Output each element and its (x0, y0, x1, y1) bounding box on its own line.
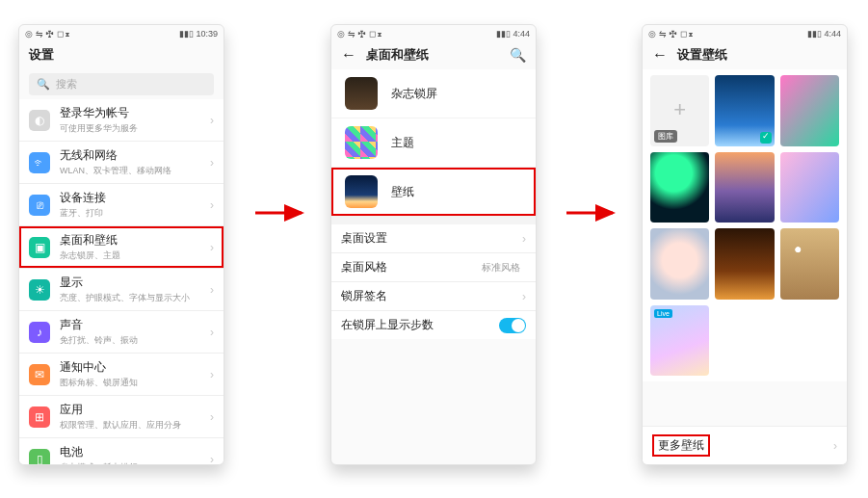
row-label: 锁屏签名 (341, 288, 522, 304)
toggle-label: 在锁屏上显示步数 (341, 317, 499, 333)
settings-item-0[interactable]: ◐登录华为帐号可使用更多华为服务› (19, 99, 224, 142)
settings-item-2[interactable]: ⎚设备连接蓝牙、打印› (19, 184, 224, 226)
item-icon: ♪ (29, 322, 50, 343)
item-icon: ☀ (29, 279, 50, 301)
page-title: 设置 (19, 40, 224, 69)
item-icon: ✉ (29, 364, 50, 385)
more-wallpapers-button[interactable]: 更多壁纸 › (643, 426, 847, 464)
item-label: 登录华为帐号 (60, 105, 210, 121)
settings-item-8[interactable]: ▯电池省电模式、耗电排行› (19, 438, 224, 465)
row-2[interactable]: 锁屏签名› (331, 282, 536, 311)
settings-rows: 桌面设置›桌面风格标准风格锁屏签名›在锁屏上显示步数 (331, 224, 536, 339)
toggle-row[interactable]: 在锁屏上显示步数 (331, 311, 536, 339)
status-left: ◎ ⇋ ⧾ ◻ ⧗ (337, 29, 382, 39)
item-sub: 杂志锁屏、主题 (60, 249, 210, 262)
settings-item-7[interactable]: ⊞应用权限管理、默认应用、应用分身› (19, 396, 224, 438)
row-1[interactable]: 桌面风格标准风格 (331, 253, 536, 282)
item-label: 电池 (60, 444, 210, 460)
page-title: 桌面和壁纸 (366, 46, 429, 64)
tile-label: 壁纸 (391, 184, 414, 200)
item-label: 声音 (60, 317, 210, 333)
item-icon: ▯ (29, 449, 50, 466)
phone-settings: ◎ ⇋ ⧾ ◻ ⧗ ▮▮▯ 10:39 设置 🔍 搜索 ◐登录华为帐号可使用更多… (18, 24, 224, 465)
chevron-right-icon: › (210, 283, 214, 297)
wallpaper-gallery: 图库Live (643, 69, 847, 381)
tile-0[interactable]: 杂志锁屏 (331, 69, 536, 118)
tile-label: 杂志锁屏 (391, 86, 437, 102)
item-label: 应用 (60, 402, 210, 418)
status-bar: ◎ ⇋ ⧾ ◻ ⧗ ▮▮▯ 4:44 (331, 25, 536, 40)
wallpaper-thumb-4[interactable] (715, 152, 774, 223)
status-bar: ◎ ⇋ ⧾ ◻ ⧗ ▮▮▯ 10:39 (19, 25, 224, 40)
wallpaper-thumb-7[interactable] (715, 228, 774, 300)
live-badge: Live (654, 309, 672, 318)
settings-item-3[interactable]: ▣桌面和壁纸杂志锁屏、主题› (19, 226, 224, 269)
row-label: 桌面风格 (341, 259, 482, 275)
wallpaper-thumb-6[interactable] (650, 228, 709, 300)
gallery-chip: 图库 (654, 130, 677, 143)
item-icon: ⊞ (29, 406, 50, 428)
item-label: 显示 (60, 275, 210, 291)
item-icon: ⎚ (29, 195, 50, 216)
row-0[interactable]: 桌面设置› (331, 224, 536, 253)
toggle-switch[interactable] (499, 318, 526, 333)
search-placeholder: 搜索 (56, 77, 77, 92)
tile-list: 杂志锁屏主题壁纸 (331, 69, 536, 217)
item-sub: 省电模式、耗电排行 (60, 461, 210, 465)
item-icon: ᯤ (29, 152, 50, 173)
tile-thumb (345, 77, 378, 110)
status-right: ▮▮▯ 4:44 (496, 29, 530, 39)
search-icon[interactable]: 🔍 (510, 47, 526, 63)
item-sub: 亮度、护眼模式、字体与显示大小 (60, 292, 210, 304)
tile-1[interactable]: 主题 (331, 118, 536, 168)
tile-2[interactable]: 壁纸 (331, 168, 536, 217)
chevron-right-icon: › (210, 410, 214, 424)
back-icon[interactable]: ← (652, 47, 668, 63)
chevron-right-icon: › (522, 232, 526, 246)
chevron-right-icon: › (210, 156, 214, 170)
item-sub: 图标角标、锁屏通知 (60, 377, 210, 389)
add-wallpaper-tile[interactable]: 图库 (650, 75, 709, 146)
tile-label: 主题 (391, 135, 414, 151)
settings-item-4[interactable]: ☀显示亮度、护眼模式、字体与显示大小› (19, 269, 224, 311)
wallpaper-thumb-9[interactable]: Live (650, 305, 709, 377)
settings-item-5[interactable]: ♪声音免打扰、铃声、振动› (19, 311, 224, 354)
item-label: 无线和网络 (60, 147, 210, 164)
chevron-right-icon: › (522, 290, 526, 303)
row-value: 标准风格 (482, 261, 520, 275)
item-sub: 可使用更多华为服务 (60, 122, 210, 135)
item-label: 通知中心 (60, 359, 210, 376)
more-wallpapers-label: 更多壁纸 (652, 434, 710, 457)
step-arrow-icon (253, 202, 309, 223)
chevron-right-icon: › (210, 114, 214, 127)
status-right: ▮▮▯ 10:39 (179, 29, 218, 39)
chevron-right-icon: › (833, 439, 837, 453)
search-input[interactable]: 🔍 搜索 (29, 73, 214, 95)
tile-thumb (345, 175, 378, 208)
step-arrow-icon (565, 202, 620, 223)
item-icon: ◐ (29, 110, 50, 131)
wallpaper-thumb-5[interactable] (780, 152, 839, 223)
back-icon[interactable]: ← (341, 47, 356, 63)
chevron-right-icon: › (210, 453, 214, 466)
status-bar: ◎ ⇋ ⧾ ◻ ⧗ ▮▮▯ 4:44 (643, 25, 847, 40)
header: ← 设置壁纸 (643, 40, 847, 69)
settings-item-1[interactable]: ᯤ无线和网络WLAN、双卡管理、移动网络› (19, 142, 224, 184)
chevron-right-icon: › (210, 326, 214, 339)
phone-wallpaper-menu: ◎ ⇋ ⧾ ◻ ⧗ ▮▮▯ 4:44 ← 桌面和壁纸 🔍 杂志锁屏主题壁纸 桌面… (330, 24, 537, 465)
wallpaper-thumb-3[interactable] (650, 152, 709, 223)
status-left: ◎ ⇋ ⧾ ◻ ⧗ (648, 29, 694, 39)
settings-item-6[interactable]: ✉通知中心图标角标、锁屏通知› (19, 354, 224, 396)
chevron-right-icon: › (210, 198, 214, 212)
chevron-right-icon: › (210, 241, 214, 254)
search-icon: 🔍 (37, 78, 50, 91)
page-title: 设置壁纸 (677, 46, 727, 64)
settings-list: ◐登录华为帐号可使用更多华为服务›ᯤ无线和网络WLAN、双卡管理、移动网络›⎚设… (19, 99, 224, 465)
wallpaper-thumb-2[interactable] (780, 75, 839, 146)
wallpaper-thumb-8[interactable] (780, 228, 839, 300)
header: ← 桌面和壁纸 🔍 (331, 40, 536, 69)
item-icon: ▣ (29, 237, 50, 258)
status-right: ▮▮▯ 4:44 (807, 29, 841, 39)
wallpaper-thumb-1[interactable] (715, 75, 774, 146)
item-sub: 免打扰、铃声、振动 (60, 334, 210, 347)
